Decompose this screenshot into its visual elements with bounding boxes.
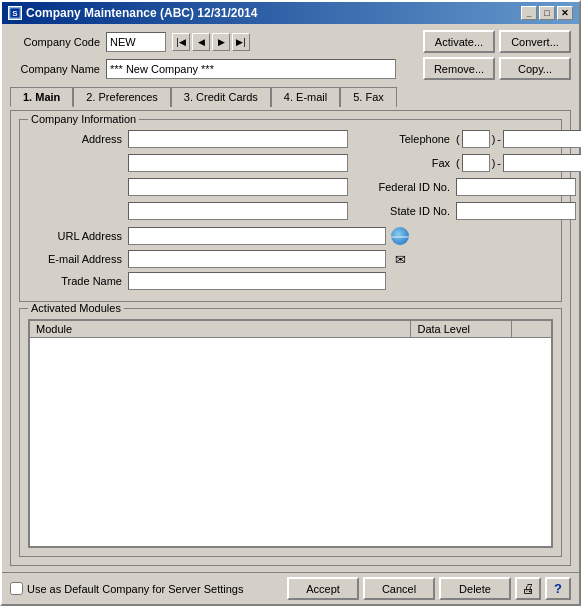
nav-next-button[interactable]: ▶ xyxy=(212,33,230,51)
url-label: URL Address xyxy=(28,230,128,242)
fax-label: Fax xyxy=(356,157,456,169)
print-button[interactable]: 🖨 xyxy=(515,577,541,600)
address-input-4[interactable] xyxy=(128,202,348,220)
telephone-label: Telephone xyxy=(356,133,456,145)
delete-button[interactable]: Delete xyxy=(439,577,511,600)
top-buttons: Activate... Convert... xyxy=(423,30,571,53)
help-button[interactable]: ? xyxy=(545,577,571,600)
col-data-level: Data Level xyxy=(411,321,511,338)
fax-dash: - xyxy=(497,157,501,169)
tab-main[interactable]: 1. Main xyxy=(10,87,73,107)
tab-preferences[interactable]: 2. Preferences xyxy=(73,87,171,107)
company-info-group: Company Information Address xyxy=(19,119,562,302)
modules-table: Module Data Level xyxy=(29,320,552,547)
nav-last-button[interactable]: ▶| xyxy=(232,33,250,51)
tab-credit-cards[interactable]: 3. Credit Cards xyxy=(171,87,271,107)
bottom-bar: Use as Default Company for Server Settin… xyxy=(2,572,579,604)
tab-content-main: Company Information Address xyxy=(10,110,571,566)
minimize-button[interactable]: _ xyxy=(521,6,537,20)
globe-icon xyxy=(391,227,409,245)
default-company-checkbox[interactable] xyxy=(10,582,23,595)
address-input-1[interactable] xyxy=(128,130,348,148)
trade-name-label: Trade Name xyxy=(28,275,128,287)
company-name-label: Company Name xyxy=(10,63,100,75)
email-input[interactable] xyxy=(128,250,386,268)
nav-controls: |◀ ◀ ▶ ▶| xyxy=(172,33,250,51)
remove-button[interactable]: Remove... xyxy=(423,57,495,80)
address-row-3 xyxy=(28,178,348,196)
activated-modules-group: Activated Modules Module Data Level xyxy=(19,308,562,557)
window-title: Company Maintenance (ABC) 12/31/2014 xyxy=(26,6,257,20)
fax-open-paren: ( xyxy=(456,157,460,169)
telephone-input-group: ( ) - xyxy=(456,130,581,148)
trade-name-input[interactable] xyxy=(128,272,386,290)
company-name-input[interactable] xyxy=(106,59,396,79)
email-icon: ✉ xyxy=(395,252,406,267)
app-icon: S xyxy=(8,6,22,20)
url-row: URL Address xyxy=(28,226,553,246)
tel-close-paren: ) xyxy=(492,133,496,145)
printer-icon: 🖨 xyxy=(522,581,535,596)
email-row: E-mail Address ✉ xyxy=(28,249,553,269)
federal-id-input[interactable] xyxy=(456,178,576,196)
company-info-title: Company Information xyxy=(28,113,139,125)
email-icon-container[interactable]: ✉ xyxy=(390,249,410,269)
main-window: S Company Maintenance (ABC) 12/31/2014 _… xyxy=(0,0,581,606)
default-company-label: Use as Default Company for Server Settin… xyxy=(27,583,243,595)
company-code-row: Company Code |◀ ◀ ▶ ▶| Activate... Conve… xyxy=(10,30,571,53)
fax-main-input[interactable] xyxy=(503,154,581,172)
state-id-input[interactable] xyxy=(456,202,576,220)
email-label: E-mail Address xyxy=(28,253,128,265)
url-input[interactable] xyxy=(128,227,386,245)
tel-open-paren: ( xyxy=(456,133,460,145)
activate-button[interactable]: Activate... xyxy=(423,30,495,53)
tabs-row: 1. Main 2. Preferences 3. Credit Cards 4… xyxy=(10,86,571,106)
fax-close-paren: ) xyxy=(492,157,496,169)
company-code-input[interactable] xyxy=(106,32,166,52)
state-id-row: State ID No. xyxy=(356,202,581,220)
close-button[interactable]: ✕ xyxy=(557,6,573,20)
title-bar: S Company Maintenance (ABC) 12/31/2014 _… xyxy=(2,2,579,24)
company-code-label: Company Code xyxy=(10,36,100,48)
checkbox-row: Use as Default Company for Server Settin… xyxy=(10,582,279,595)
col-extra xyxy=(511,321,551,338)
tel-dash: - xyxy=(497,133,501,145)
bottom-buttons: Accept Cancel Delete 🖨 ? xyxy=(287,577,571,600)
tab-fax[interactable]: 5. Fax xyxy=(340,87,397,107)
telephone-area-input[interactable] xyxy=(462,130,490,148)
maximize-button[interactable]: □ xyxy=(539,6,555,20)
help-icon: ? xyxy=(554,581,562,596)
tab-email[interactable]: 4. E-mail xyxy=(271,87,340,107)
title-bar-controls: _ □ ✕ xyxy=(521,6,573,20)
address-input-2[interactable] xyxy=(128,154,348,172)
nav-first-button[interactable]: |◀ xyxy=(172,33,190,51)
convert-button[interactable]: Convert... xyxy=(499,30,571,53)
nav-prev-button[interactable]: ◀ xyxy=(192,33,210,51)
fax-row: Fax ( ) - xyxy=(356,154,581,172)
accept-button[interactable]: Accept xyxy=(287,577,359,600)
content-area: Company Code |◀ ◀ ▶ ▶| Activate... Conve… xyxy=(2,24,579,572)
federal-id-row: Federal ID No. xyxy=(356,178,581,196)
address-input-3[interactable] xyxy=(128,178,348,196)
remove-copy-buttons: Remove... Copy... xyxy=(423,57,571,80)
state-id-label: State ID No. xyxy=(356,205,456,217)
telephone-row: Telephone ( ) - xyxy=(356,130,581,148)
cancel-button[interactable]: Cancel xyxy=(363,577,435,600)
address-label: Address xyxy=(28,133,128,145)
fax-input-group: ( ) - xyxy=(456,154,581,172)
title-bar-left: S Company Maintenance (ABC) 12/31/2014 xyxy=(8,6,257,20)
table-row xyxy=(30,338,552,547)
address-row-1: Address xyxy=(28,130,348,148)
address-row-4 xyxy=(28,202,348,220)
globe-icon-container[interactable] xyxy=(390,226,410,246)
modules-title: Activated Modules xyxy=(28,302,124,314)
col-module: Module xyxy=(30,321,411,338)
federal-id-label: Federal ID No. xyxy=(356,181,456,193)
address-row-2 xyxy=(28,154,348,172)
company-name-row: Company Name Remove... Copy... xyxy=(10,57,571,80)
fax-area-input[interactable] xyxy=(462,154,490,172)
trade-name-row: Trade Name xyxy=(28,272,553,290)
svg-text:S: S xyxy=(12,9,18,18)
telephone-main-input[interactable] xyxy=(503,130,581,148)
copy-button[interactable]: Copy... xyxy=(499,57,571,80)
